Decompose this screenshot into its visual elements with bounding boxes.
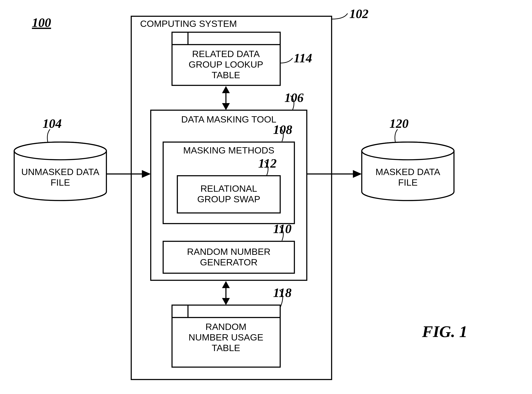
ref-112: 112 <box>258 156 277 170</box>
lookup-text-2: GROUP LOOKUP <box>189 59 263 70</box>
lookup-text-3: TABLE <box>212 70 240 80</box>
svg-point-17 <box>362 142 454 160</box>
relational-text-1: RELATIONAL <box>200 183 257 194</box>
unmasked-text-1: UNMASKED DATA <box>21 167 99 177</box>
relational-text-2: GROUP SWAP <box>197 194 260 204</box>
ref-108: 108 <box>273 123 292 137</box>
unmasked-data-file-cylinder: UNMASKED DATA FILE <box>14 142 106 201</box>
usage-text-2: NUMBER USAGE <box>189 332 263 342</box>
arrow-unmasked-to-tool <box>106 170 151 178</box>
masked-data-file-cylinder: MASKED DATA FILE <box>362 142 454 201</box>
masking-methods-label: MASKING METHODS <box>183 145 274 156</box>
svg-marker-19 <box>353 170 362 178</box>
ref-110: 110 <box>273 222 291 236</box>
ref-118: 118 <box>273 285 291 300</box>
ref-line-102 <box>332 13 348 19</box>
ref-100: 100 <box>32 16 51 30</box>
ref-120: 120 <box>389 116 409 130</box>
ref-106: 106 <box>284 91 304 105</box>
usage-table-block: RANDOM NUMBER USAGE TABLE <box>172 305 280 367</box>
svg-point-13 <box>14 142 106 160</box>
usage-text-1: RANDOM <box>205 321 246 332</box>
diagram-root: 100 COMPUTING SYSTEM 102 RELATED DATA GR… <box>0 0 532 394</box>
masked-text-1: MASKED DATA <box>375 167 440 177</box>
ref-102: 102 <box>349 7 369 21</box>
figure-label: FIG. 1 <box>422 322 468 341</box>
masked-text-2: FILE <box>398 177 418 188</box>
unmasked-text-2: FILE <box>51 177 70 188</box>
lookup-table-block: RELATED DATA GROUP LOOKUP TABLE <box>172 32 280 85</box>
usage-text-3: TABLE <box>212 343 240 353</box>
ref-114: 114 <box>294 51 312 65</box>
computing-system-label: COMPUTING SYSTEM <box>140 18 237 29</box>
random-text-2: GENERATOR <box>200 257 257 267</box>
random-text-1: RANDOM NUMBER <box>187 246 270 257</box>
ref-104: 104 <box>42 116 62 130</box>
lookup-text-1: RELATED DATA <box>192 49 260 59</box>
data-masking-tool-label: DATA MASKING TOOL <box>181 114 276 124</box>
ref-line-104 <box>47 129 50 143</box>
ref-line-120 <box>395 129 398 143</box>
